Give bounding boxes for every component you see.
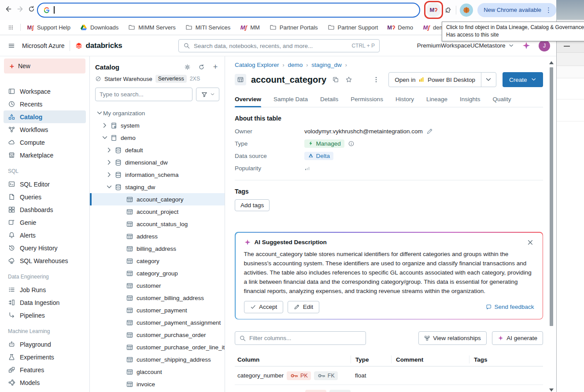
address-bar[interactable] xyxy=(37,3,420,18)
sidebar-item-data-ingestion[interactable]: Data Ingestion xyxy=(4,296,86,309)
catalog-search-input[interactable] xyxy=(100,91,188,98)
tree-item-system[interactable]: system xyxy=(90,119,225,132)
scrollbar-thumb[interactable] xyxy=(550,67,553,326)
browser-profile-avatar[interactable] xyxy=(460,4,473,17)
ai-generate-button[interactable]: AI generate xyxy=(492,331,543,345)
copy-name-icon[interactable] xyxy=(332,76,340,84)
open-in-dropdown-button[interactable] xyxy=(481,73,496,87)
bookmark-mm[interactable]: Mʃ MM xyxy=(240,24,260,31)
tree-item-customer-payment[interactable]: customer_payment xyxy=(90,304,225,316)
info-icon[interactable] xyxy=(348,140,355,147)
sidebar-item-compute[interactable]: Compute xyxy=(4,136,86,149)
tab-lineage[interactable]: Lineage xyxy=(426,96,447,107)
forward-button[interactable] xyxy=(14,4,26,16)
browser-menu-kebab-icon[interactable]: ⋮ xyxy=(545,6,552,14)
sidebar-item-workflows[interactable]: Workflows xyxy=(4,123,86,136)
new-button[interactable]: + New xyxy=(4,59,85,73)
scroll-down-arrow[interactable] xyxy=(549,388,554,392)
add-tags-button[interactable]: Add tags xyxy=(235,199,270,211)
catalog-filter-button[interactable] xyxy=(196,88,219,101)
sidebar-item-job-runs[interactable]: Job Runs xyxy=(4,283,86,296)
sidebar-item-sql-warehouses[interactable]: SQL Warehouses xyxy=(4,254,86,267)
sidebar-item-dashboards[interactable]: Dashboards xyxy=(4,203,86,216)
tree-item-category-group[interactable]: category_group xyxy=(90,267,225,279)
bookmark-support-help[interactable]: Mʃ Support Help xyxy=(27,24,70,31)
global-search-input[interactable] xyxy=(194,43,348,49)
tree-item-default[interactable]: default xyxy=(90,144,225,156)
databricks-logo[interactable]: databricks xyxy=(75,41,122,50)
bookmark-mimm-servers[interactable]: MIMM Servers xyxy=(128,24,176,31)
tab-quality[interactable]: Quality xyxy=(493,96,511,107)
assistant-sparkle-icon[interactable] xyxy=(522,41,531,50)
column-row-category-number[interactable]: category_numberPKFK float xyxy=(235,366,543,385)
tab-insights[interactable]: Insights xyxy=(460,96,481,107)
workspace-selector[interactable]: PremiumWorkspaceUCMetastore xyxy=(417,42,514,49)
tree-item-dimensional-dw[interactable]: dimensional_dw xyxy=(90,156,225,169)
metaintegration-extension-icon[interactable]: Mʔ xyxy=(426,3,441,17)
sidebar-item-pipelines[interactable]: Pipelines xyxy=(4,309,86,322)
filter-columns-input[interactable] xyxy=(249,335,362,341)
tree-item-demo[interactable]: demo xyxy=(90,132,225,144)
bookmark-miti-services[interactable]: MITI Services xyxy=(185,24,230,31)
hamburger-menu-icon[interactable] xyxy=(6,40,17,51)
bookmark-partner-portals[interactable]: Partner Portals xyxy=(270,24,318,31)
user-avatar[interactable]: J xyxy=(539,40,550,51)
column-row-category-group-number[interactable]: category_group_numberPKFK float xyxy=(235,385,543,392)
tree-item-customer-billing-address[interactable]: customer_billing_address xyxy=(90,292,225,304)
tab-details[interactable]: Details xyxy=(320,96,338,107)
tree-item-staging-dw[interactable]: staging_dw xyxy=(90,181,225,193)
tree-item-customer-shipping-address[interactable]: customer_shipping_address xyxy=(90,353,225,366)
accept-button[interactable]: Accept xyxy=(244,301,284,313)
create-button[interactable]: Create xyxy=(503,72,543,87)
warehouse-row[interactable]: Starter Warehouse Serverless 2XS xyxy=(90,73,225,84)
tree-item-customer[interactable]: customer xyxy=(90,279,225,292)
open-in-powerbi-button[interactable]: Open in Power BI Desktop xyxy=(389,73,481,87)
breadcrumb-staging-dw[interactable]: staging_dw xyxy=(311,62,341,68)
catalog-search-box[interactable] xyxy=(95,88,192,101)
page-scrollbar[interactable] xyxy=(549,60,554,392)
tab-overview[interactable]: Overview xyxy=(235,96,261,107)
tab-history[interactable]: History xyxy=(395,96,414,107)
sidebar-item-query-history[interactable]: Query History xyxy=(4,242,86,254)
catalog-refresh-icon[interactable] xyxy=(197,63,205,71)
back-button[interactable] xyxy=(3,4,14,16)
tree-item-invoice[interactable]: invoice xyxy=(90,378,225,390)
tree-item-category[interactable]: category xyxy=(90,255,225,267)
edit-button[interactable]: Edit xyxy=(288,301,319,313)
chevron-right-icon[interactable] xyxy=(106,147,113,154)
sidebar-item-marketplace[interactable]: Marketplace xyxy=(4,149,86,161)
sidebar-item-features[interactable]: Features xyxy=(4,363,86,376)
table-actions-kebab-icon[interactable] xyxy=(372,74,381,85)
sidebar-item-playground[interactable]: Playground xyxy=(4,338,86,351)
tree-item-account-category[interactable]: account_category xyxy=(90,193,225,205)
filter-columns-box[interactable] xyxy=(235,331,366,345)
send-feedback-link[interactable]: Send feedback xyxy=(486,304,534,310)
sidebar-item-experiments[interactable]: Experiments xyxy=(4,351,86,363)
sidebar-item-workspace[interactable]: Workspace xyxy=(4,85,86,98)
chevron-down-icon[interactable] xyxy=(101,134,108,141)
tree-item-account-status-log[interactable]: account_status_log xyxy=(90,218,225,230)
tab-sample-data[interactable]: Sample Data xyxy=(274,96,308,107)
view-relationships-button[interactable]: View relationships xyxy=(418,331,487,345)
tree-item-invoice-associationto-purchase-order[interactable]: invoice_associationto_purchase_order xyxy=(90,390,225,392)
global-search[interactable]: CTRL + P xyxy=(178,39,380,52)
scroll-up-arrow[interactable] xyxy=(549,61,554,64)
bookmark-partner-support[interactable]: Partner Support xyxy=(328,24,378,31)
catalog-settings-gear-icon[interactable] xyxy=(183,63,191,71)
chevron-right-icon[interactable] xyxy=(101,122,108,129)
close-icon[interactable] xyxy=(526,238,534,246)
sidebar-item-recents[interactable]: Recents xyxy=(4,98,86,110)
sidebar-item-alerts[interactable]: Alerts xyxy=(4,229,86,242)
sidebar-item-catalog[interactable]: Catalog xyxy=(4,110,86,123)
tree-item-glaccount[interactable]: glaccount xyxy=(90,366,225,378)
tree-item-customer-purchase-order[interactable]: customer_purchase_order xyxy=(90,329,225,341)
apps-grid-icon[interactable] xyxy=(6,23,15,32)
breadcrumb-demo[interactable]: demo xyxy=(288,62,303,68)
tree-item-address[interactable]: address xyxy=(90,230,225,242)
tree-item-customer-purchase-order-line-item[interactable]: customer_purchase_order_line_item xyxy=(90,341,225,353)
edit-owner-pencil-icon[interactable] xyxy=(426,128,433,135)
tree-item-information-schema[interactable]: information_schema xyxy=(90,169,225,181)
extensions-button[interactable] xyxy=(445,4,452,16)
favorite-star-icon[interactable] xyxy=(345,76,353,84)
sidebar-item-queries[interactable]: Queries xyxy=(4,191,86,203)
